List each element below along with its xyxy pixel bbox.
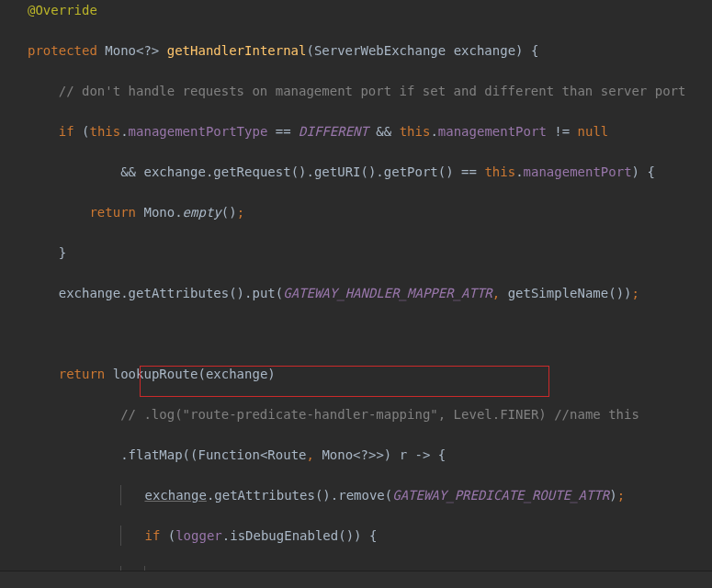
status-bar: [0, 571, 712, 588]
comment: // don't handle requests on management p…: [59, 84, 686, 98]
keyword-protected: protected: [28, 43, 97, 58]
lambda-exchange: exchange: [144, 488, 206, 503]
code-editor[interactable]: @Override protected Mono<?> getHandlerIn…: [0, 0, 712, 588]
editor-viewport[interactable]: @Override protected Mono<?> getHandlerIn…: [0, 0, 712, 588]
method-name: getHandlerInternal: [167, 43, 307, 58]
annotation: @Override: [28, 3, 97, 17]
